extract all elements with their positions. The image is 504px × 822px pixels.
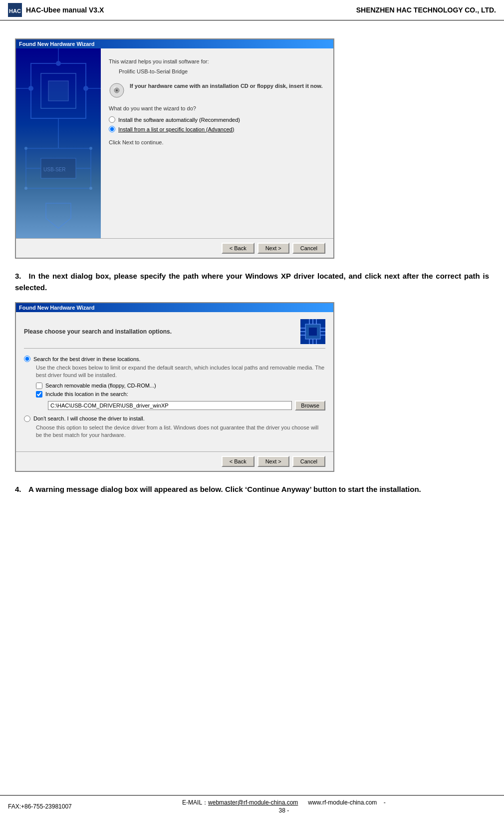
svg-rect-4 — [48, 81, 68, 101]
dialog2-back-button[interactable]: < Back — [222, 456, 254, 467]
dialog2-browse-button[interactable]: Browse — [295, 401, 325, 411]
dialog1-title: Found New Hardware Wizard — [19, 41, 94, 47]
dialog2-header-row: Please choose your search and installati… — [24, 319, 325, 349]
header-left: HAC HAC-Ubee manual V3.X — [8, 3, 104, 17]
dialog2-path-row: Browse — [48, 401, 325, 411]
dialog2-titlebar: Found New Hardware Wizard — [16, 303, 333, 312]
dialog2-checkbox1[interactable] — [36, 383, 42, 389]
dialog1-option2-radio[interactable] — [109, 126, 115, 132]
svg-point-10 — [83, 86, 88, 91]
dialog2-nosearch-section: Don't search. I will choose the driver t… — [24, 415, 325, 439]
dialog2-wrapper: Found New Hardware Wizard Please choose … — [15, 302, 489, 472]
header-title-right: SHENZHEN HAC TECHNOLOGY CO., LTD. — [356, 6, 496, 14]
svg-text:HAC: HAC — [9, 8, 21, 14]
dialog2: Found New Hardware Wizard Please choose … — [15, 302, 334, 472]
step4-text: 4. A warning message dialog box will app… — [15, 484, 489, 495]
dialog2-header-text: Please choose your search and installati… — [24, 328, 172, 335]
svg-point-27 — [116, 89, 118, 91]
svg-point-11 — [56, 61, 61, 66]
footer-page: 38 - — [279, 807, 289, 814]
dialog1-cd-section: If your hardware came with an installati… — [109, 82, 325, 98]
dialog1-option1-row: Install the software automatically (Reco… — [109, 116, 325, 123]
page-header: HAC HAC-Ubee manual V3.X SHENZHEN HAC TE… — [0, 0, 504, 20]
hac-logo-icon: HAC — [8, 3, 22, 17]
dialog2-body: Please choose your search and installati… — [16, 312, 333, 451]
footer-dash: - — [384, 799, 386, 806]
dialog2-title: Found New Hardware Wizard — [19, 305, 94, 311]
footer-email-label: E-MAIL： — [182, 799, 208, 806]
svg-point-18 — [24, 187, 27, 190]
dialog2-checkbox2-label: Include this location in the search: — [45, 391, 128, 397]
dialog1-option1-radio[interactable] — [109, 116, 115, 123]
svg-point-17 — [89, 147, 92, 150]
header-title-left: HAC-Ubee manual V3.X — [26, 6, 104, 14]
dialog1-back-button[interactable]: < Back — [222, 243, 254, 254]
footer-email[interactable]: webmaster@rf-module-china.com — [208, 799, 298, 806]
dialog1-product: Prolific USB-to-Serial Bridge — [119, 68, 325, 74]
footer-fax: FAX:+86-755-23981007 — [8, 803, 72, 810]
dialog2-option2-row: Don't search. I will choose the driver t… — [24, 415, 325, 422]
dialog1-option2-label: Install from a list or specific location… — [118, 126, 234, 132]
dialog1-titlebar: Found New Hardware Wizard — [16, 39, 333, 48]
dialog2-next-button[interactable]: Next > — [257, 456, 289, 467]
dialog1-question: What do you want the wizard to do? — [109, 105, 325, 111]
dialog2-option1-label: Search for the best driver in these loca… — [33, 356, 141, 362]
svg-rect-31 — [309, 328, 317, 336]
dialog1-body: USB-SER This wizard helps you install so… — [16, 48, 333, 238]
chip-icon — [300, 319, 325, 344]
page-footer: FAX:+86-755-23981007 E-MAIL：webmaster@rf… — [0, 795, 504, 817]
dialog2-checkbox2-row: Include this location in the search: — [36, 391, 325, 398]
dialog2-search-section: Search for the best driver in these loca… — [24, 356, 325, 411]
dialog1-option1-label: Install the software automatically (Reco… — [118, 117, 240, 123]
dialog2-path-input[interactable] — [48, 401, 292, 410]
main-content: Found New Hardware Wizard — [0, 20, 504, 514]
svg-marker-24 — [46, 203, 71, 228]
dialog1-main: This wizard helps you install software f… — [101, 48, 333, 238]
dialog2-checkbox2[interactable] — [36, 391, 42, 398]
svg-text:USB-SER: USB-SER — [43, 167, 65, 172]
dialog1-sidebar: USB-SER — [16, 48, 101, 238]
dialog1-cd-text: If your hardware came with an installati… — [130, 82, 323, 90]
step3-text: 3. In the next dialog box, please specif… — [15, 271, 489, 293]
dialog2-option1-desc: Use the check boxes below to limit or ex… — [36, 364, 325, 380]
dialog2-cancel-button[interactable]: Cancel — [292, 456, 325, 467]
circuit-art-icon: USB-SER — [16, 48, 101, 238]
dialog1-intro: This wizard helps you install software f… — [109, 58, 325, 64]
dialog1-next-button[interactable]: Next > — [257, 243, 289, 254]
dialog2-option1-row: Search for the best driver in these loca… — [24, 356, 325, 362]
dialog2-checkbox1-row: Search removable media (floppy, CD-ROM..… — [36, 383, 325, 389]
dialog1-footer: < Back Next > Cancel — [16, 238, 333, 258]
svg-point-19 — [89, 187, 92, 190]
svg-point-16 — [24, 147, 27, 150]
footer-website: www.rf-module-china.com — [308, 799, 377, 806]
dialog1-cancel-button[interactable]: Cancel — [292, 243, 325, 254]
footer-center: E-MAIL：webmaster@rf-module-china.com www… — [72, 799, 496, 814]
dialog1-click-text: Click Next to continue. — [109, 139, 325, 145]
dialog2-option2-desc: Choose this option to select the device … — [36, 424, 325, 439]
dialog2-option1-radio[interactable] — [24, 356, 30, 362]
svg-point-9 — [28, 86, 33, 91]
dialog1-option2-row: Install from a list or specific location… — [109, 126, 325, 132]
dialog2-option2-radio[interactable] — [24, 415, 30, 422]
cd-icon — [109, 82, 125, 98]
dialog2-checkbox1-label: Search removable media (floppy, CD-ROM..… — [45, 383, 156, 389]
dialog2-footer: < Back Next > Cancel — [16, 451, 333, 471]
dialog2-option2-label: Don't search. I will choose the driver t… — [33, 415, 145, 421]
dialog1-wrapper: Found New Hardware Wizard — [15, 38, 489, 259]
dialog1: Found New Hardware Wizard — [15, 38, 334, 259]
